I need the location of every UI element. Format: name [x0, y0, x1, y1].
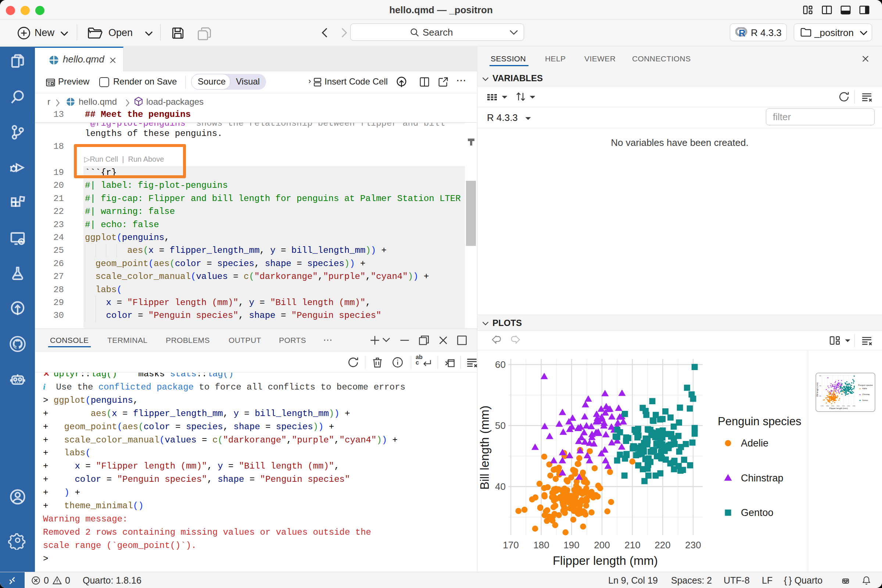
svg-text:230: 230: [685, 540, 701, 550]
svg-text:210: 210: [842, 405, 845, 407]
svg-text:Chinstrap: Chinstrap: [741, 472, 783, 484]
svg-text:190: 190: [831, 405, 834, 407]
svg-text:180: 180: [826, 405, 829, 407]
svg-text:R: R: [739, 28, 745, 38]
svg-text:60: 60: [495, 359, 506, 370]
svg-text:170: 170: [503, 540, 519, 550]
svg-text:Flipper length (mm): Flipper length (mm): [553, 554, 658, 567]
svg-text:200: 200: [836, 405, 839, 407]
svg-text:190: 190: [563, 540, 579, 550]
svg-text:Penguin species: Penguin species: [858, 384, 873, 386]
svg-text:40: 40: [495, 481, 506, 492]
svg-text:Bill length (mm): Bill length (mm): [478, 405, 491, 489]
svg-text:Penguin species: Penguin species: [718, 415, 801, 428]
svg-text:60: 60: [819, 375, 821, 376]
svg-text:50: 50: [819, 385, 821, 387]
svg-text:Bill length (mm): Bill length (mm): [816, 382, 818, 396]
svg-text:50: 50: [495, 420, 506, 431]
svg-text:Flipper length (mm): Flipper length (mm): [830, 407, 848, 410]
svg-text:40: 40: [819, 395, 821, 397]
svg-text:Gentoo: Gentoo: [741, 507, 774, 518]
svg-text:Chinstrap: Chinstrap: [862, 394, 870, 395]
svg-text:220: 220: [847, 405, 850, 407]
svg-text:170: 170: [820, 405, 824, 407]
svg-text:220: 220: [654, 540, 670, 550]
svg-text:230: 230: [853, 405, 855, 407]
svg-text:Adelie: Adelie: [862, 388, 867, 390]
svg-text:210: 210: [624, 540, 640, 550]
svg-text:180: 180: [533, 540, 549, 550]
svg-text:Adelie: Adelie: [741, 438, 768, 449]
svg-text:Gentoo: Gentoo: [862, 399, 868, 401]
svg-text:200: 200: [594, 540, 610, 550]
